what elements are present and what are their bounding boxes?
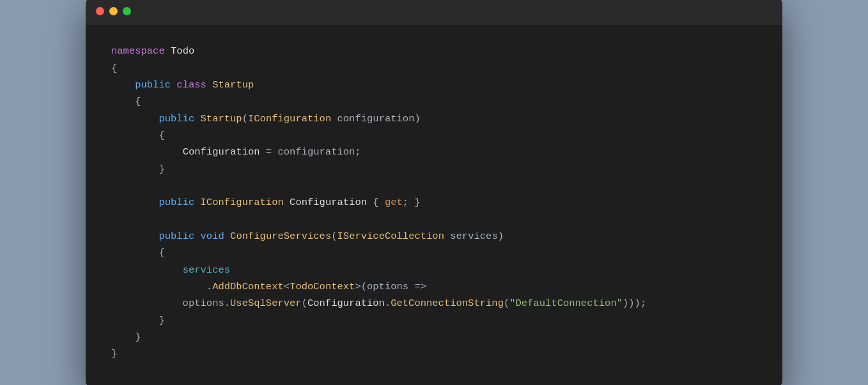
minimize-button[interactable] [109,7,118,15]
maximize-button[interactable] [123,7,131,15]
code-editor: namespace Todo { public class Startup { … [86,25,782,385]
code-window: namespace Todo { public class Startup { … [86,0,782,385]
close-button[interactable] [96,7,104,15]
titlebar [86,0,782,25]
